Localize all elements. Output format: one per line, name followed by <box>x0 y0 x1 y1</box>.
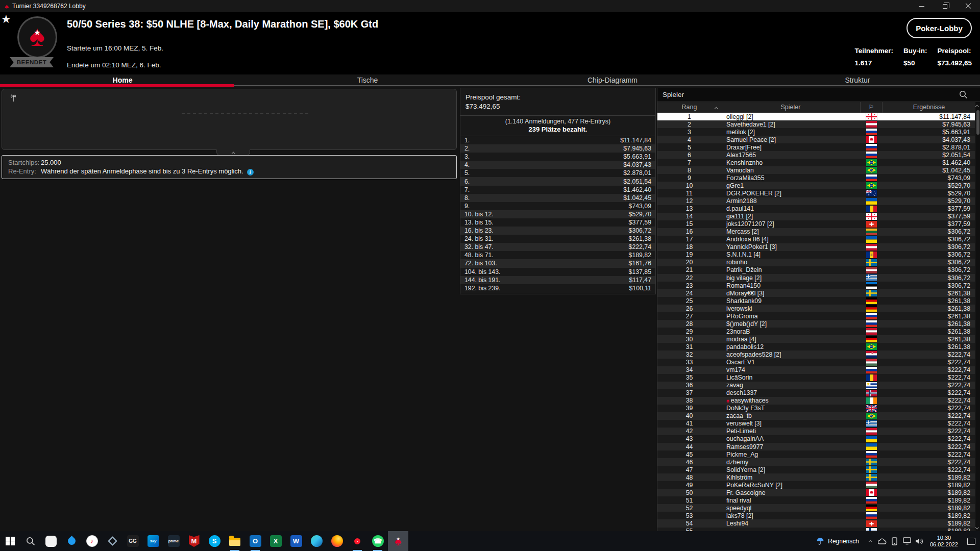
info-icon[interactable]: i <box>247 169 254 176</box>
taskbar-app-apple-music[interactable]: ♪ <box>82 531 102 551</box>
player-row[interactable]: 18YannickPoker1 [3]$306,72 <box>657 243 975 251</box>
player-row[interactable]: 39DoNk3y F3sT$222,74 <box>657 405 975 412</box>
player-row[interactable]: 10gGre1$529,70 <box>657 182 975 189</box>
column-header-flag[interactable]: ⚐ <box>860 102 883 113</box>
taskbar-app-white-app[interactable] <box>41 531 61 551</box>
player-row[interactable]: 50Fr. Gascoigne$189,82 <box>657 489 975 496</box>
tray-chevron-up[interactable] <box>864 531 876 551</box>
player-row[interactable]: 24dMoray€€l [3]$261,38 <box>657 289 975 297</box>
player-row[interactable]: 30modraa [4]$261,38 <box>657 335 975 343</box>
display-icon[interactable] <box>901 531 913 551</box>
player-row[interactable]: 16Mercass [2]$306,72 <box>657 228 975 236</box>
scrollbar-thumb[interactable] <box>976 110 979 135</box>
player-row[interactable]: 6Alex17565$2.051,54 <box>657 151 975 159</box>
player-row[interactable]: 20robinho$306,72 <box>657 259 975 266</box>
player-row[interactable]: 52speedyql$189,82 <box>657 504 975 512</box>
phone-link-icon[interactable] <box>889 531 901 551</box>
player-row[interactable]: 48Kihlström$189,82 <box>657 473 975 481</box>
player-row[interactable]: 54Leshi94$189,82 <box>657 519 975 527</box>
player-search-input[interactable] <box>663 91 867 98</box>
player-row[interactable]: 25Sharktank09$261,38 <box>657 297 975 305</box>
taskbar-app-whatsapp[interactable]: ☎ <box>368 531 388 551</box>
player-row[interactable]: 12Armin2188$529,70 <box>657 197 975 205</box>
poker-lobby-button[interactable]: Poker-Lobby <box>906 18 972 38</box>
action-center-button[interactable] <box>963 531 980 551</box>
taskbar-app-firefox[interactable] <box>327 531 347 551</box>
taskbar-app-pokerstars[interactable]: ♠ <box>388 531 408 551</box>
scroll-up-icon[interactable] <box>975 105 978 108</box>
player-row[interactable]: 8Vamoclan$1.042,45 <box>657 166 975 174</box>
column-header-results[interactable]: Ergebnisse <box>883 104 975 111</box>
taskbar-app-prime-video[interactable]: prime <box>163 531 184 551</box>
taskbar-app-sky[interactable]: sky <box>143 531 163 551</box>
column-header-rank[interactable]: Rang <box>657 104 721 111</box>
favorite-star-icon[interactable]: ★ <box>1 13 11 26</box>
player-row[interactable]: 43ouchagainAA$222,74 <box>657 435 975 443</box>
player-row[interactable]: 2923noraB$261,38 <box>657 328 975 335</box>
taskbar-app-outlook[interactable]: O <box>245 531 265 551</box>
player-row[interactable]: 27PRoGroma$261,38 <box>657 312 975 320</box>
taskbar-app-paint-3d[interactable] <box>61 531 82 551</box>
volume-icon[interactable] <box>913 531 925 551</box>
player-row[interactable]: 9ForzaMila355$743,09 <box>657 174 975 182</box>
taskbar-app-word[interactable]: W <box>286 531 306 551</box>
taskbar-app-excel[interactable]: X <box>265 531 286 551</box>
player-row[interactable]: 32aceofspades528 [2]$222,74 <box>657 350 975 358</box>
player-row[interactable]: 37desch1337$222,74 <box>657 389 975 397</box>
player-row[interactable]: 47SolidYerna [2]$222,74 <box>657 466 975 473</box>
taskbar-app-file-explorer[interactable] <box>225 531 245 551</box>
player-row[interactable]: 7Kenshinznho$1.462,40 <box>657 159 975 166</box>
player-row[interactable]: 28$()meb()dY [2]$261,38 <box>657 320 975 328</box>
player-row[interactable]: 41veruswelt [3]$222,74 <box>657 420 975 428</box>
player-row[interactable]: 13d.paul141$377,59 <box>657 205 975 213</box>
column-header-player[interactable]: Spieler <box>721 104 860 111</box>
player-row[interactable]: 22big vilage [2]$306,72 <box>657 274 975 282</box>
player-row[interactable]: 42Peti-Limeti$222,74 <box>657 428 975 435</box>
player-row[interactable]: 4Samuel Peace [2]$4.037,43 <box>657 136 975 143</box>
player-row[interactable]: 15joks12071207 [2]$377,59 <box>657 220 975 228</box>
minimize-button[interactable] <box>910 0 933 12</box>
player-row[interactable]: 31pandabolis12$261,38 <box>657 343 975 350</box>
player-row[interactable]: 33OscarEV1$222,74 <box>657 359 975 366</box>
player-row[interactable]: 34vm174$222,74 <box>657 366 975 374</box>
player-row[interactable]: 51final rival$189,82 <box>657 496 975 504</box>
player-row[interactable]: 26iverowski$261,38 <box>657 305 975 312</box>
taskbar-app-mcafee[interactable]: M <box>184 531 204 551</box>
search-icon[interactable] <box>959 90 968 99</box>
taskbar-app-quartz[interactable] <box>102 531 122 551</box>
player-row[interactable]: 5Draxar[Free]$2.878,01 <box>657 143 975 151</box>
player-row[interactable]: 14gia111 [2]$377,59 <box>657 213 975 220</box>
player-row[interactable]: 23Roman4150$306,72 <box>657 282 975 289</box>
player-row[interactable]: 45Pickme_Ag$222,74 <box>657 450 975 458</box>
player-row[interactable]: 35LicãSorin$222,74 <box>657 374 975 382</box>
player-row[interactable]: 53laks78 [2]$189,82 <box>657 512 975 519</box>
player-row[interactable]: 11DGR.POKEHER [2]$529,70 <box>657 189 975 197</box>
close-button[interactable] <box>957 0 980 12</box>
player-row[interactable]: 2Savethedave1 [2]$7.945,63 <box>657 120 975 128</box>
player-row[interactable]: 36zavag$222,74 <box>657 382 975 389</box>
prize-collapse-handle[interactable] <box>646 283 649 292</box>
player-row[interactable]: 49PoKeRaRcSuNY [2]$189,82 <box>657 481 975 489</box>
player-row[interactable]: 40zacaa_tb$222,74 <box>657 412 975 420</box>
restore-button[interactable] <box>933 0 957 12</box>
player-row[interactable]: 17Andrloxa 86 [4]$306,72 <box>657 236 975 243</box>
taskbar-weather[interactable]: Regnerisch <box>811 531 864 551</box>
player-row[interactable]: 1olleggi [2]$11.147,84 <box>657 113 975 120</box>
taskbar-app-edge[interactable] <box>306 531 327 551</box>
scroll-down-icon[interactable] <box>975 526 978 529</box>
taskbar-app-ggpoker[interactable]: GG <box>122 531 143 551</box>
taskbar-search-button[interactable] <box>20 531 41 551</box>
player-row[interactable]: 21Patrik_Džein$306,72 <box>657 266 975 274</box>
player-row[interactable]: 55$189,82 <box>657 528 975 531</box>
start-button[interactable] <box>0 531 20 551</box>
taskbar-clock[interactable]: 10:30 06.02.2022 <box>925 535 963 548</box>
player-row[interactable]: 3metilok [2]$5.663,91 <box>657 128 975 136</box>
player-row[interactable]: 19S.N.I.N.1 [4]$306,72 <box>657 251 975 259</box>
player-row[interactable]: 44Ramses9977$222,74 <box>657 443 975 450</box>
player-row[interactable]: 38♠easywithaces$222,74 <box>657 397 975 405</box>
taskbar-app-skype[interactable]: S <box>204 531 225 551</box>
onedrive-icon[interactable] <box>876 531 889 551</box>
players-scrollbar[interactable] <box>975 102 980 531</box>
player-row[interactable]: 46dzhemy$222,74 <box>657 458 975 466</box>
taskbar-app-opera[interactable] <box>347 531 368 551</box>
